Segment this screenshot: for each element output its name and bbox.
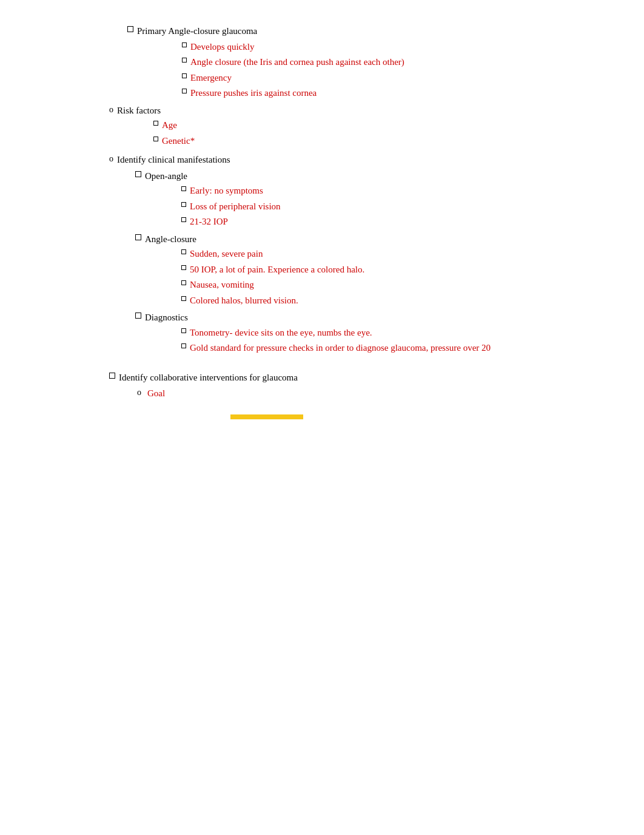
clinical-manifestations-content: Identify clinical manifestations Open-an… xyxy=(117,153,608,359)
item-text: Gold standard for pressure checks in ord… xyxy=(190,341,608,355)
sub-list: Develops quickly Angle closure (the Iris… xyxy=(182,40,608,100)
list-item: Angle closure (the Iris and cornea push … xyxy=(182,55,608,69)
bullet-icon xyxy=(181,249,186,254)
highlight-bar xyxy=(230,414,303,419)
diagnostics-item: Diagnostics Tonometry- device sits on th… xyxy=(135,311,608,357)
bullet-icon xyxy=(153,121,158,126)
bullet-icon xyxy=(181,265,186,270)
bullet-icon xyxy=(127,26,133,32)
collaborative-sub-list: o Goal xyxy=(137,387,608,401)
item-text: 50 IOP, a lot of pain. Experience a colo… xyxy=(190,263,608,277)
item-text: Angle closure (the Iris and cornea push … xyxy=(190,55,608,69)
diagnostics-label: Diagnostics xyxy=(145,313,188,322)
item-text: Early: no symptoms xyxy=(190,184,608,198)
angle-closure-content: Angle-closure Sudden, severe pain 50 IOP… xyxy=(145,232,608,309)
bullet-icon xyxy=(181,217,186,222)
risk-factors-label: Risk factors xyxy=(117,106,161,115)
goal-item: o Goal xyxy=(137,387,608,401)
item-text: Age xyxy=(162,118,608,132)
list-item: Colored halos, blurred vision. xyxy=(181,294,608,308)
bullet-icon xyxy=(181,328,186,333)
list-item: Develops quickly xyxy=(182,40,608,54)
collaborative-label: Identify collaborative interventions for… xyxy=(119,373,298,382)
goal-text: Goal xyxy=(147,387,608,401)
list-item: Genetic* xyxy=(153,134,608,148)
bullet-icon xyxy=(135,171,141,177)
risk-factors-item: o Risk factors Age Genetic* xyxy=(109,104,608,150)
diagnostics-content: Diagnostics Tonometry- device sits on th… xyxy=(145,311,608,357)
item-text: Tonometry- device sits on the eye, numbs… xyxy=(190,326,608,340)
bullet-icon xyxy=(109,373,115,379)
item-text: Primary Angle-closure glaucoma xyxy=(137,24,608,38)
bullet-o-icon: o xyxy=(109,153,113,165)
diagnostics-sub-list: Tonometry- device sits on the eye, numbs… xyxy=(181,326,608,355)
list-item: Sudden, severe pain xyxy=(181,247,608,261)
list-item: Tonometry- device sits on the eye, numbs… xyxy=(181,326,608,340)
collaborative-item: Identify collaborative interventions for… xyxy=(109,371,608,402)
open-angle-item: Open-angle Early: no symptoms Loss of pe… xyxy=(135,169,608,231)
list-item: Early: no symptoms xyxy=(181,184,608,198)
bullet-icon xyxy=(181,343,186,348)
main-content: Primary Angle-closure glaucoma Develops … xyxy=(109,24,608,419)
list-item: Emergency xyxy=(182,71,608,85)
clinical-manifestations-section: o Identify clinical manifestations Open-… xyxy=(109,153,608,359)
item-text: 21-32 IOP xyxy=(190,215,608,229)
item-text: Nausea, vomiting xyxy=(190,278,608,292)
bullet-o-icon: o xyxy=(109,104,113,116)
clinical-manifestations-item: o Identify clinical manifestations Open-… xyxy=(109,153,608,359)
list-item: 50 IOP, a lot of pain. Experience a colo… xyxy=(181,263,608,277)
collaborative-interventions-section: Identify collaborative interventions for… xyxy=(109,371,608,402)
bullet-icon xyxy=(181,296,186,301)
peripheral-vision-text: Loss of peripheral vision xyxy=(190,200,608,214)
emergency-text: Emergency xyxy=(190,71,608,85)
list-item: Primary Angle-closure glaucoma xyxy=(127,24,608,38)
bullet-o-icon: o xyxy=(137,387,141,399)
item-text: Pressure pushes iris against cornea xyxy=(190,86,608,100)
risk-factors-content: Risk factors Age Genetic* xyxy=(117,104,608,150)
list-item: Loss of peripheral vision xyxy=(181,200,608,214)
list-item: Pressure pushes iris against cornea xyxy=(182,86,608,100)
item-text: Develops quickly xyxy=(190,40,608,54)
bullet-icon xyxy=(182,73,187,78)
bullet-icon xyxy=(182,58,187,63)
angle-closure-sub-list: Sudden, severe pain 50 IOP, a lot of pai… xyxy=(181,247,608,307)
item-text: Sudden, severe pain xyxy=(190,247,608,261)
list-item: Nausea, vomiting xyxy=(181,278,608,292)
bullet-icon xyxy=(153,137,158,141)
bullet-icon xyxy=(182,89,187,93)
bullet-icon xyxy=(182,42,187,47)
angle-closure-list: Angle-closure Sudden, severe pain 50 IOP… xyxy=(135,232,608,309)
list-item: Age xyxy=(153,118,608,132)
bullet-icon xyxy=(181,202,186,207)
diagnostics-list: Diagnostics Tonometry- device sits on th… xyxy=(135,311,608,357)
open-angle-list: Open-angle Early: no symptoms Loss of pe… xyxy=(135,169,608,231)
bullet-icon xyxy=(135,234,141,240)
risk-factors-section: o Risk factors Age Genetic* xyxy=(109,104,608,150)
item-text: Colored halos, blurred vision. xyxy=(190,294,608,308)
clinical-manifestations-label: Identify clinical manifestations xyxy=(117,155,230,164)
collaborative-content: Identify collaborative interventions for… xyxy=(119,371,608,402)
primary-angle-closure-list: Primary Angle-closure glaucoma Develops … xyxy=(127,24,608,100)
bullet-icon xyxy=(181,186,186,191)
open-angle-content: Open-angle Early: no symptoms Loss of pe… xyxy=(145,169,608,231)
list-item: 21-32 IOP xyxy=(181,215,608,229)
angle-closure-item: Angle-closure Sudden, severe pain 50 IOP… xyxy=(135,232,608,309)
angle-closure-label: Angle-closure xyxy=(145,234,196,244)
list-item: Gold standard for pressure checks in ord… xyxy=(181,341,608,355)
item-text: Genetic* xyxy=(162,134,608,148)
bullet-icon xyxy=(135,313,141,319)
risk-factors-list: Age Genetic* xyxy=(153,118,608,147)
open-angle-sub-list: Early: no symptoms Loss of peripheral vi… xyxy=(181,184,608,229)
open-angle-label: Open-angle xyxy=(145,171,187,181)
bullet-icon xyxy=(181,280,186,285)
